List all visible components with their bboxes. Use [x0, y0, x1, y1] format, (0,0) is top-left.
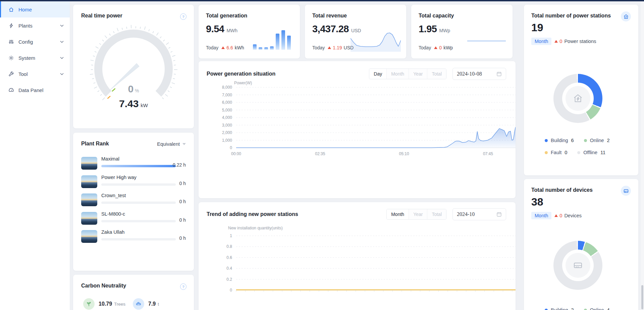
- plant-rank-row[interactable]: Crown_test0 h: [81, 193, 186, 208]
- plant-thumbnail: [81, 212, 97, 225]
- sidebar-menu: HomePlantsConfigSystemToolData Panel: [0, 1, 70, 98]
- tab-year[interactable]: Year: [409, 209, 427, 219]
- legend-item-offline[interactable]: Offline11: [577, 150, 605, 155]
- plant-thumbnail: [81, 175, 97, 188]
- legend-item-fault[interactable]: Fault0: [545, 150, 567, 155]
- plant-rank-row[interactable]: SL-M800-c0 h: [81, 211, 186, 227]
- svg-text:0.4: 0.4: [226, 266, 232, 271]
- total-capacity-card: Total capacity 1.95 MWp Today 0kWp: [411, 5, 513, 58]
- sidebar-item-system[interactable]: System: [0, 50, 70, 66]
- svg-text:00:00: 00:00: [231, 151, 241, 156]
- sidebar-item-label: System: [18, 55, 35, 61]
- trees-metric: 10.79 Trees: [83, 298, 125, 310]
- plant-name: Maximal: [101, 156, 119, 162]
- legend-label: Offline: [583, 150, 597, 155]
- legend-label: Online: [590, 138, 604, 143]
- help-icon[interactable]: ?: [180, 283, 186, 290]
- stations-badge-row: Month 0 Power stations: [531, 38, 596, 45]
- plant-progress-track: [101, 165, 176, 167]
- capacity-sparkline: [467, 38, 506, 44]
- devices-count: 38: [531, 196, 543, 208]
- plant-rank-row[interactable]: Zaka Ullah0 h: [81, 229, 186, 245]
- sidebar-item-home[interactable]: Home: [0, 1, 70, 17]
- sidebar-item-tool[interactable]: Tool: [0, 66, 70, 82]
- config-icon: [8, 39, 14, 45]
- calendar-icon: [496, 212, 502, 217]
- plant-rank-row[interactable]: Power High way0 h: [81, 175, 186, 190]
- svg-text:1,000: 1,000: [222, 138, 232, 143]
- svg-text:2,000: 2,000: [222, 130, 232, 135]
- legend-item-online[interactable]: Online2: [584, 138, 610, 143]
- legend-row: Fault0Offline11: [545, 146, 635, 159]
- generation-value: 9.54: [206, 24, 224, 35]
- generation-today: Today 6.6kWh: [206, 45, 244, 50]
- chevron-down-icon: [182, 143, 186, 145]
- co2-value: 7.9: [148, 301, 156, 307]
- sidebar-item-data-panel[interactable]: Data Panel: [0, 82, 70, 98]
- tab-total[interactable]: Total: [427, 69, 446, 79]
- tab-year[interactable]: Year: [409, 69, 427, 79]
- legend-dot: [577, 151, 580, 154]
- plant-value: 0.22 h: [173, 162, 186, 168]
- legend-dot: [584, 309, 587, 310]
- generation-mini-bar-chart: [253, 29, 292, 50]
- top-navy-strip: [0, 0, 644, 1]
- legend-item-building[interactable]: Building2: [545, 307, 574, 310]
- capacity-value: 1.95: [419, 24, 437, 35]
- power-area-chart: 8,0007,0006,0005,0004,0003,0002,0001,000…: [199, 85, 516, 161]
- power-generation-title: Power generation situation: [207, 71, 275, 77]
- svg-text:co: co: [138, 303, 140, 305]
- tab-day[interactable]: Day: [369, 69, 386, 79]
- month-badge[interactable]: Month: [531, 212, 551, 219]
- svg-text:1: 1: [230, 233, 232, 238]
- help-icon[interactable]: ?: [180, 13, 186, 20]
- gauge-power-value: 7.43kW: [73, 98, 194, 109]
- calendar-icon: [496, 71, 502, 77]
- equivalent-dropdown[interactable]: Equivalent: [157, 141, 186, 147]
- legend-dot: [545, 151, 548, 154]
- power-generation-card: Power generation situation DayMonthYearT…: [199, 61, 516, 198]
- legend-item-online[interactable]: Online4: [584, 307, 610, 310]
- scrollbar-thumb[interactable]: [641, 285, 643, 309]
- sidebar-item-config[interactable]: Config: [0, 34, 70, 50]
- legend-label: Fault: [551, 150, 561, 155]
- plant-value: 0 h: [179, 235, 186, 241]
- plants-icon: [8, 23, 14, 29]
- mini-bar: [253, 44, 257, 50]
- trend-date-picker[interactable]: 2024-10: [452, 208, 506, 220]
- realtime-power-card: Real time power ? 0% 7.43kW: [73, 5, 194, 128]
- home-icon: [8, 7, 14, 12]
- datapanel-icon: [8, 87, 14, 93]
- tool-icon: [8, 71, 14, 77]
- legend-dot: [545, 309, 548, 310]
- plant-thumbnail: [81, 157, 97, 170]
- plant-name: SL-M800-c: [101, 211, 125, 217]
- plant-value: 0 h: [179, 181, 186, 186]
- tab-total[interactable]: Total: [427, 209, 446, 219]
- month-badge[interactable]: Month: [531, 38, 551, 45]
- chevron-down-icon: [60, 41, 64, 43]
- plant-progress-track: [101, 220, 176, 222]
- carbon-neutrality-card: Carbon Neutrality ? 10.79 Trees co 7.9 t: [73, 275, 194, 310]
- sidebar-item-plants[interactable]: Plants: [0, 17, 70, 34]
- plant-rank-row[interactable]: Maximal0.22 h: [81, 156, 186, 172]
- legend-item-building[interactable]: Building6: [545, 138, 574, 143]
- delta-up-icon: [221, 46, 225, 49]
- plant-value: 0 h: [179, 199, 186, 204]
- trend-card: Trend of adding new power stations Month…: [199, 202, 516, 310]
- power-stations-card: Total number of power stations 19 Month …: [524, 5, 638, 175]
- tab-month[interactable]: Month: [386, 69, 409, 79]
- plant-rank-title: Plant Rank: [81, 141, 109, 147]
- sidebar-item-label: Config: [18, 39, 33, 45]
- tab-month[interactable]: Month: [387, 209, 409, 219]
- mini-bar: [281, 30, 285, 50]
- delta-up-icon: [328, 46, 331, 49]
- plant-progress-fill: [101, 165, 176, 167]
- power-chart-date-picker[interactable]: 2024-10-08: [452, 68, 506, 80]
- svg-text:0.6: 0.6: [226, 255, 232, 260]
- chevron-down-icon: [60, 73, 64, 75]
- mini-bar: [287, 36, 291, 50]
- mini-bar: [270, 46, 274, 50]
- svg-text:3,000: 3,000: [222, 123, 232, 128]
- plant-rank-card: Plant Rank Equivalent Maximal0.22 hPower…: [73, 133, 194, 271]
